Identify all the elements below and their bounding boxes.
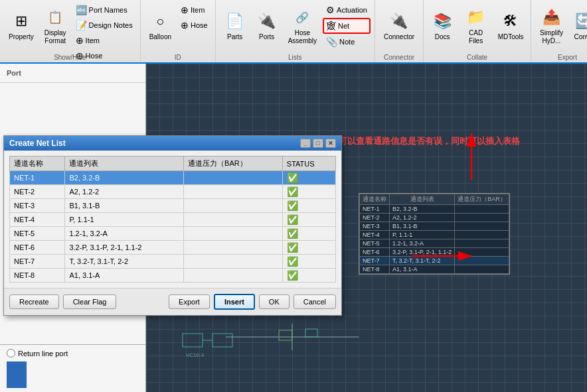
cad-table-row: NET-63.2-P, 3.1-P, 2-1, 1.1-2 [360,248,509,257]
port-indicator [7,361,27,388]
net-4-list: P, 1.1-1 [65,213,184,227]
mdtools-button[interactable]: 🛠 MDTools [495,3,527,49]
property-button[interactable]: ⊞ Property [4,3,39,49]
cad-table-col-list: 通道列表 [390,194,455,205]
hose-id-icon: ⊕ [181,20,189,31]
footer-left-buttons: Recreate Clear Flag [9,294,165,309]
ribbon-group-showhide: ⊞ Property 📋 DisplayFormat 🔤 Port Names … [0,0,141,62]
parts-button[interactable]: 📄 Parts [220,3,250,49]
create-net-list-dialog[interactable]: Create Net List _ □ ✕ 通道名称 通道列表 通道压力（BAR… [3,135,342,316]
return-line-port-radio[interactable] [7,349,15,358]
net-7-id: NET-7 [10,255,65,269]
parts-label: Parts [227,33,242,41]
net-2-status: ✅ [282,185,335,199]
ports-button[interactable]: 🔌 Ports [252,3,282,49]
docs-button[interactable]: 📚 Docs [428,3,457,49]
return-line-port-row: Return line port [7,349,139,358]
balloon-icon: ○ [149,11,171,32]
ribbon: ⊞ Property 📋 DisplayFormat 🔤 Port Names … [0,0,587,64]
connector-button[interactable]: 🔌 Connector [379,3,419,49]
net-row-5[interactable]: NET-5 1.2-1, 3.2-A ✅ [10,227,336,241]
dialog-footer: Recreate Clear Flag Export Insert OK Can… [4,288,341,315]
item-label: Item [86,36,100,44]
net-row-3[interactable]: NET-3 B1, 3.1-B ✅ [10,199,336,213]
balloon-button[interactable]: ○ Balloon [145,3,176,49]
net-row-2[interactable]: NET-2 A2, 1.2-2 ✅ [10,185,336,199]
property-label: Property [9,33,34,41]
col-header-name: 通道名称 [10,157,65,171]
balloon-label: Balloon [149,33,171,41]
actuation-button[interactable]: ⚙ Actuation [323,3,371,17]
net-6-status: ✅ [282,241,335,255]
design-notes-button[interactable]: 📝 Design Notes [72,18,136,33]
recreate-button[interactable]: Recreate [9,294,59,309]
net-row-6[interactable]: NET-6 3.2-P, 3.1-P, 2-1, 1.1-2 ✅ [10,241,336,255]
cad-table-row: NET-8A1, 3.1-A [360,265,509,274]
net-3-pressure [184,199,283,213]
svg-rect-10 [279,330,292,340]
cad-table-col-name: 通道名称 [360,194,390,205]
net-8-status: ✅ [282,269,335,283]
clear-flag-button[interactable]: Clear Flag [63,294,117,309]
net-7-pressure [184,255,283,269]
collate-group-label: Collate [424,54,531,61]
net-2-pressure [184,185,283,199]
svg-rect-4 [183,334,203,347]
display-format-button[interactable]: 📋 DisplayFormat [40,3,71,49]
simplify-button[interactable]: 📤 SimplifyHyD... [535,3,568,49]
cad-files-icon: 📁 [465,7,487,28]
ribbon-group-lists: 📄 Parts 🔌 Ports 🔗 HoseAssembly ⚙ Actuati… [216,0,375,62]
net-row-1[interactable]: NET-1 B2, 3.2-B ✅ [10,171,336,185]
cad-table-row-highlight: NET-7T, 3.2-T, 3.1-T, 2-2 [360,257,509,265]
ribbon-group-collate: 📚 Docs 📁 CAD Files 🛠 MDTools Collate [424,0,531,62]
item-id-button[interactable]: ⊕ Item [177,3,211,17]
net-6-list: 3.2-P, 3.1-P, 2-1, 1.1-2 [65,241,184,255]
left-panel-bottom: Return line port [0,344,145,392]
note-button[interactable]: 📎 Note [323,34,371,49]
ribbon-group-id: ○ Balloon ⊕ Item ⊕ Hose ID [141,0,216,62]
net-button[interactable]: 🕸 Net [323,18,371,34]
net-2-list: A2, 1.2-2 [65,185,184,199]
hose-id-button[interactable]: ⊕ Hose [177,18,211,33]
cad-table-row: NET-3B1, 3.1-B [360,222,509,231]
note-label: Note [339,38,355,46]
net-5-id: NET-5 [10,227,65,241]
cad-lines [226,324,359,352]
docs-icon: 📚 [432,11,453,32]
net-table: 通道名称 通道列表 通道压力（BAR） STATUS NET-1 B2, 3.2… [9,156,336,283]
item-id-label: Item [191,6,205,14]
item-id-icon: ⊕ [181,5,189,15]
maximize-button[interactable]: □ [313,139,323,148]
net-1-id: NET-1 [10,171,65,185]
port-names-button[interactable]: 🔤 Port Names [72,3,136,17]
insert-button[interactable]: Insert [214,294,255,310]
cancel-button[interactable]: Cancel [294,294,336,309]
cad-files-button[interactable]: 📁 CAD Files [458,3,493,49]
dialog-titlebar: Create Net List _ □ ✕ [4,136,341,151]
note-icon: 📎 [326,36,337,47]
simplify-label: SimplifyHyD... [540,29,563,45]
net-5-list: 1.2-1, 3.2-A [65,227,184,241]
mdtools-label: MDTools [498,33,524,41]
cad-table-row: NET-51.2-1, 3.2-A [360,239,509,248]
conv-label: Conv... [574,33,587,41]
item-showhide-button[interactable]: ⊕ Item [72,33,136,48]
net-row-7[interactable]: NET-7 T, 3.2-T, 3.1-T, 2-2 ✅ [10,255,336,269]
net-row-4[interactable]: NET-4 P, 1.1-1 ✅ [10,213,336,227]
property-icon: ⊞ [11,11,32,32]
net-row-8[interactable]: NET-8 A1, 3.1-A ✅ [10,269,336,283]
hose-assembly-label: HoseAssembly [288,29,317,45]
export-button[interactable]: Export [169,294,210,309]
net-3-id: NET-3 [10,199,65,213]
ribbon-group-connector: 🔌 Connector Connector [375,0,424,62]
net-5-status: ✅ [282,227,335,241]
ok-button[interactable]: OK [259,294,290,309]
col-header-pressure: 通道压力（BAR） [184,157,283,171]
hose-assembly-button[interactable]: 🔗 HoseAssembly [284,3,321,49]
minimize-button[interactable]: _ [300,139,311,148]
net-6-id: NET-6 [10,241,65,255]
conv-button[interactable]: 🔄 Conv... [569,3,587,49]
net-7-status: ✅ [282,255,335,269]
connector-group-label: Connector [375,54,423,61]
close-button[interactable]: ✕ [325,139,336,148]
